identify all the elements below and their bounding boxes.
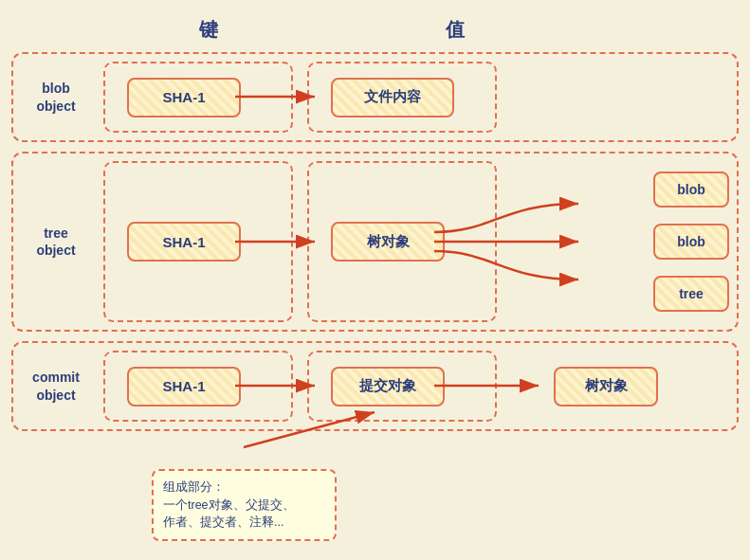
commit-commitobj-box: 提交对象: [331, 367, 445, 406]
commit-treeobj-box: 树对象: [554, 367, 658, 406]
blob-filecontent-box: 文件内容: [331, 78, 454, 117]
tree-blob1-box: blob: [653, 172, 729, 208]
commit-row: commitobject SHA-1 提交对象 树对象: [11, 341, 739, 431]
commit-sha1-box: SHA-1: [127, 367, 241, 406]
tree-right-boxes: blob blob tree: [653, 154, 729, 330]
key-header: 键: [114, 17, 303, 43]
blob-sha1-box: SHA-1: [127, 78, 241, 117]
tree-tree-box: tree: [653, 276, 729, 312]
tree-sha1-box: SHA-1: [127, 222, 241, 262]
tree-treeobj-box: 树对象: [331, 222, 445, 262]
commit-label: commitobject: [13, 343, 99, 429]
value-header: 值: [360, 17, 550, 43]
blob-label: blobobject: [13, 54, 99, 140]
tree-row: treeobject SHA-1 树对象 blob blob tree: [11, 152, 739, 332]
tree-label: treeobject: [13, 154, 99, 330]
tree-blob2-box: blob: [653, 224, 729, 260]
blob-row: blobobject SHA-1 文件内容: [11, 52, 739, 142]
note-box: 组成部分：一个tree对象、父提交、作者、提交者、注释...: [152, 469, 337, 541]
column-headers: 键 值: [104, 17, 711, 43]
note-text: 组成部分：一个tree对象、父提交、作者、提交者、注释...: [163, 480, 295, 530]
diagram-container: 键 值 blobobject SHA-1 文件内容 treeobject SHA…: [0, 0, 750, 560]
